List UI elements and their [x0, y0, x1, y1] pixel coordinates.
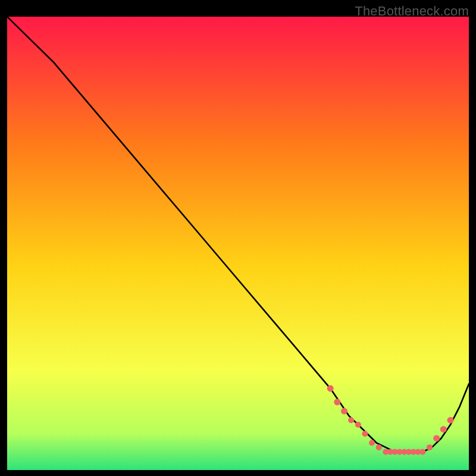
curve-marker — [440, 426, 447, 433]
curve-marker — [341, 408, 347, 414]
chart-stage: TheBottleneck.com — [0, 0, 476, 476]
curve-marker — [362, 431, 368, 437]
curve-marker — [427, 444, 433, 450]
curve-marker — [369, 440, 375, 446]
curve-marker — [419, 449, 425, 455]
curve-marker — [447, 417, 454, 424]
curve-marker — [376, 444, 382, 450]
curve-marker — [433, 435, 440, 441]
curve-marker — [327, 385, 334, 392]
curve-marker — [334, 399, 340, 405]
curve-marker — [348, 417, 354, 423]
bottleneck-chart — [7, 17, 469, 470]
watermark-text: TheBottleneck.com — [355, 4, 469, 19]
curve-marker — [355, 422, 361, 428]
gradient-plot-area — [7, 17, 469, 470]
